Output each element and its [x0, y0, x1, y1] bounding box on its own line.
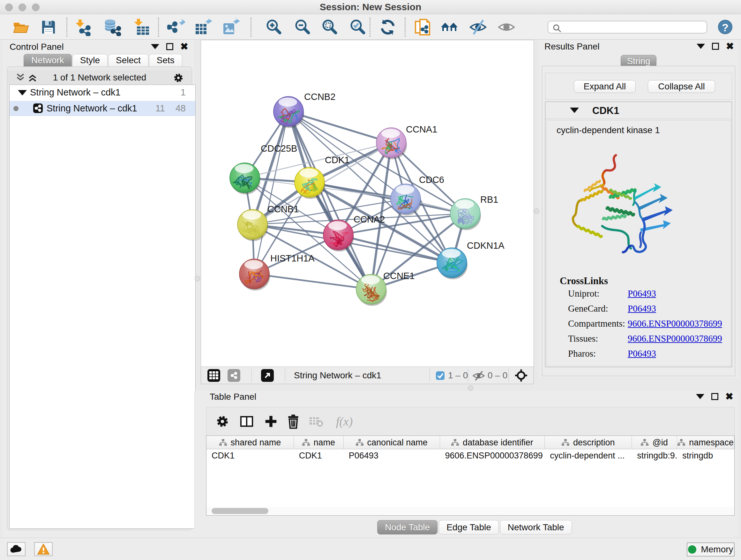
detach-view-button[interactable] — [261, 369, 274, 382]
birds-eye-toggle-icon[interactable] — [515, 369, 528, 382]
import-network-from-database-button[interactable] — [103, 18, 122, 37]
network-node-CDKN1A[interactable] — [437, 248, 468, 279]
export-table-button[interactable] — [194, 18, 212, 37]
network-canvas[interactable]: CCNB2CCNA1CDC25BCDK1CDC6RB1CCNB1CCNA2CDK… — [201, 40, 534, 366]
selected-checkbox-icon[interactable] — [436, 371, 445, 380]
float-panel-icon[interactable] — [712, 43, 719, 50]
scrollbar-thumb[interactable] — [212, 508, 268, 514]
delete-table-button[interactable] — [307, 412, 326, 431]
tab-style[interactable]: Style — [72, 54, 108, 67]
zoom-fit-button[interactable] — [320, 18, 339, 37]
network-node-HIST1H1A[interactable] — [239, 259, 270, 291]
grid-view-button[interactable] — [207, 369, 220, 382]
export-image-button[interactable] — [222, 18, 240, 37]
crosslink-compartments-link[interactable]: 9606.ENSP00000378699 — [628, 318, 722, 329]
table-cell[interactable]: 9606.ENSP00000378699 — [440, 449, 545, 462]
network-options-gear-icon[interactable] — [173, 72, 184, 84]
network-node-CCNA2[interactable] — [323, 220, 354, 252]
network-node-CDK1[interactable] — [294, 167, 325, 199]
network-node-CCNE1[interactable] — [356, 274, 387, 306]
column-header-namespace[interactable]: namespace — [677, 436, 734, 449]
export-network-button[interactable] — [167, 18, 185, 37]
warnings-button[interactable] — [34, 542, 53, 556]
table-row[interactable]: CDK1CDK1P064939606.ENSP00000378699cyclin… — [206, 449, 734, 462]
crosslink-pharos-link[interactable]: P06493 — [628, 348, 656, 359]
network-node-label-CCNB1: CCNB1 — [267, 204, 299, 214]
hide-selected-button[interactable] — [469, 18, 487, 37]
function-builder-button[interactable]: f(x) — [331, 412, 358, 431]
refresh-button[interactable] — [379, 18, 397, 37]
table-cell[interactable]: stringdb:9... — [632, 449, 677, 462]
horizontal-scrollbar[interactable] — [207, 507, 734, 515]
gene-card-header[interactable]: CDK1 — [545, 102, 732, 119]
gene-card-cdk1: CDK1 cyclin-dependent kinase 1 CrossLink… — [545, 102, 732, 367]
network-edge-HIST1H1A-CCNE1[interactable] — [254, 274, 371, 289]
panel-menu-icon[interactable] — [151, 44, 159, 49]
tab-node-table[interactable]: Node Table — [377, 520, 437, 535]
panel-menu-icon[interactable] — [697, 44, 705, 49]
help-button[interactable]: ? — [718, 20, 732, 34]
zoom-out-button[interactable] — [293, 18, 312, 37]
column-header--id[interactable]: @id — [632, 436, 677, 449]
collection-expander-icon[interactable] — [18, 90, 27, 96]
import-network-button[interactable] — [74, 18, 92, 37]
column-header-name[interactable]: name — [294, 436, 344, 449]
network-node-CDC25B[interactable] — [230, 163, 260, 194]
import-table-button[interactable] — [132, 18, 151, 37]
close-panel-icon[interactable]: ✖ — [180, 43, 188, 50]
delete-column-button[interactable] — [284, 412, 303, 431]
crosslink-genecard-link[interactable]: P06493 — [628, 303, 656, 314]
homes-icon — [441, 18, 458, 36]
network-edge-CCNB2-RB1[interactable] — [288, 111, 465, 213]
table-cell[interactable]: cyclin-dependent ... — [545, 449, 632, 462]
memory-status-dot — [688, 545, 696, 554]
open-session-button[interactable] — [12, 18, 30, 37]
show-columns-button[interactable] — [237, 412, 256, 431]
crosslink-tissues-link[interactable]: 9606.ENSP00000378699 — [628, 333, 722, 344]
show-all-button[interactable] — [497, 18, 516, 37]
table-cell[interactable]: CDK1 — [294, 449, 344, 462]
network-node-CCNA1[interactable] — [376, 128, 407, 159]
save-session-button[interactable] — [39, 18, 58, 37]
tab-network-table[interactable]: Network Table — [500, 520, 572, 535]
network-node-CCNB1[interactable] — [238, 209, 268, 241]
tab-network[interactable]: Network — [23, 54, 72, 67]
network-collection-row[interactable]: String Network – cdk1 1 — [10, 85, 195, 100]
collapse-all-button[interactable]: Collapse All — [648, 80, 715, 93]
vertical-splitter-handle[interactable] — [195, 276, 200, 281]
float-panel-icon[interactable] — [166, 43, 173, 50]
table-cell[interactable]: CDK1 — [206, 449, 294, 462]
create-column-button[interactable] — [261, 412, 280, 431]
memory-button[interactable]: Memory — [687, 543, 735, 557]
horizontal-splitter-handle[interactable] — [468, 385, 473, 391]
string-view-button[interactable] — [227, 369, 240, 382]
search-input[interactable] — [565, 22, 705, 32]
network-edge-CCNB2-HIST1H1A[interactable] — [254, 111, 288, 274]
tab-sets[interactable]: Sets — [149, 54, 182, 67]
home-view-button[interactable] — [440, 18, 459, 37]
cloud-services-button[interactable] — [7, 542, 25, 556]
table-options-button[interactable] — [213, 412, 232, 431]
table-cell[interactable]: P06493 — [344, 449, 440, 462]
column-header-description[interactable]: description — [545, 436, 632, 449]
clone-network-button[interactable] — [413, 18, 432, 37]
network-node-CCNB2[interactable] — [273, 97, 304, 128]
network-node-RB1[interactable] — [450, 199, 481, 230]
table-cell[interactable]: stringdb — [677, 449, 734, 462]
close-panel-icon[interactable]: ✖ — [726, 43, 734, 50]
zoom-in-button[interactable] — [264, 18, 283, 37]
tab-edge-table[interactable]: Edge Table — [439, 520, 499, 535]
vertical-splitter-handle[interactable] — [534, 208, 539, 214]
network-row-selected[interactable]: String Network – cdk1 11 48 — [10, 101, 195, 116]
column-header-database-identifier[interactable]: database identifier — [440, 436, 545, 449]
tab-select[interactable]: Select — [108, 54, 148, 67]
collapse-entry-icon[interactable] — [570, 108, 579, 113]
close-panel-icon[interactable]: ✖ — [725, 393, 733, 400]
column-header-shared-name[interactable]: shared name — [206, 436, 294, 449]
crosslink-uniprot-link[interactable]: P06493 — [628, 288, 656, 299]
float-panel-icon[interactable] — [711, 393, 718, 400]
column-header-canonical-name[interactable]: canonical name — [344, 436, 440, 449]
zoom-selected-button[interactable] — [348, 18, 367, 37]
panel-menu-icon[interactable] — [696, 394, 704, 399]
expand-all-button[interactable]: Expand All — [574, 80, 636, 93]
